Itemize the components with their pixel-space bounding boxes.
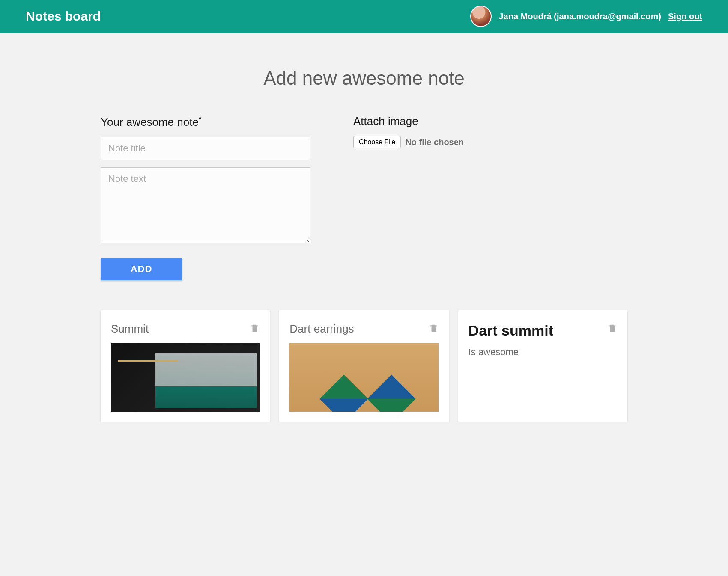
note-title: Summit	[111, 322, 149, 336]
required-mark: *	[199, 115, 202, 123]
attach-label: Attach image	[353, 115, 627, 128]
file-input-row: Choose File No file chosen	[353, 136, 627, 148]
note-field-label-text: Your awesome note	[101, 116, 199, 128]
note-text-input[interactable]	[101, 167, 310, 243]
note-image	[111, 343, 260, 412]
note-title: Dart earrings	[289, 322, 354, 336]
add-note-form: Your awesome note* ADD Attach image Choo…	[101, 115, 627, 280]
avatar[interactable]	[470, 6, 492, 27]
note-head: Summit	[111, 322, 260, 336]
note-card: Dart earrings	[279, 310, 448, 422]
note-image	[289, 343, 438, 412]
note-body: Is awesome	[468, 347, 617, 358]
note-head: Dart summit	[468, 322, 617, 339]
main-content: Add new awesome note Your awesome note* …	[101, 33, 627, 422]
header-bar: Notes board Jana Moudrá (jana.moudra@gma…	[0, 0, 728, 33]
note-title-input[interactable]	[101, 137, 310, 160]
note-field-label: Your awesome note*	[101, 115, 310, 129]
trash-icon[interactable]	[250, 322, 260, 333]
header-right: Jana Moudrá (jana.moudra@gmail.com) Sign…	[470, 6, 702, 27]
trash-icon[interactable]	[608, 322, 617, 333]
add-button[interactable]: ADD	[101, 258, 182, 280]
user-display: Jana Moudrá (jana.moudra@gmail.com)	[498, 12, 661, 21]
choose-file-button[interactable]: Choose File	[353, 136, 401, 148]
page-title: Add new awesome note	[101, 68, 627, 89]
attach-column: Attach image Choose File No file chosen	[353, 115, 627, 280]
notes-grid: Summit Dart earrings Dart summit	[101, 310, 627, 422]
note-card: Dart summit Is awesome	[458, 310, 627, 422]
avatar-image	[471, 6, 491, 26]
trash-icon[interactable]	[429, 322, 439, 333]
note-fields-column: Your awesome note* ADD	[101, 115, 310, 280]
brand-title: Notes board	[26, 9, 101, 24]
signout-link[interactable]: Sign out	[668, 12, 702, 21]
file-status-text: No file chosen	[405, 137, 464, 147]
note-title: Dart summit	[468, 322, 553, 339]
note-head: Dart earrings	[289, 322, 438, 336]
note-card: Summit	[101, 310, 270, 422]
